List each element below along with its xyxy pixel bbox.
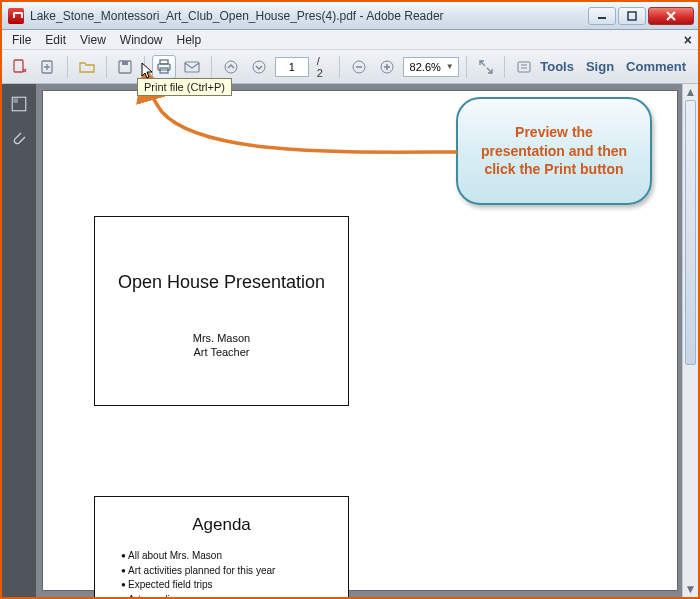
instruction-callout: Preview the presentation and then click … — [456, 97, 652, 205]
window-title: Lake_Stone_Montessori_Art_Club_Open_Hous… — [30, 9, 582, 23]
export-pdf-button[interactable] — [8, 55, 32, 79]
scroll-down-icon[interactable]: ▼ — [683, 581, 698, 597]
window-controls — [588, 7, 694, 25]
slide2-title: Agenda — [95, 515, 348, 535]
svg-rect-4 — [14, 60, 23, 72]
page-down-button[interactable] — [247, 55, 271, 79]
scroll-up-icon[interactable]: ▲ — [683, 84, 698, 100]
comment-link[interactable]: Comment — [626, 59, 686, 74]
read-mode-button[interactable] — [512, 55, 536, 79]
sign-link[interactable]: Sign — [586, 59, 614, 74]
toolbar-sep — [466, 56, 467, 78]
print-tooltip: Print file (Ctrl+P) — [137, 78, 232, 96]
slide1-title: Open House Presentation — [95, 272, 348, 293]
svg-point-13 — [253, 61, 265, 73]
maximize-button[interactable] — [618, 7, 646, 25]
svg-rect-7 — [122, 61, 128, 65]
close-button[interactable] — [648, 7, 694, 25]
scroll-thumb[interactable] — [685, 100, 696, 365]
svg-rect-21 — [13, 98, 18, 103]
menu-help[interactable]: Help — [171, 31, 208, 49]
toolbar: / 2 82.6% ▼ Tools Sign Comment — [2, 50, 698, 84]
list-item: Art activities planned for this year — [121, 564, 348, 579]
open-button[interactable] — [75, 55, 99, 79]
list-item: Art supplies — [121, 593, 348, 598]
print-button[interactable] — [152, 55, 176, 79]
toolbar-sep — [504, 56, 505, 78]
save-button[interactable] — [113, 55, 137, 79]
minimize-button[interactable] — [588, 7, 616, 25]
toolbar-sep — [67, 56, 68, 78]
toolbar-sep — [339, 56, 340, 78]
toolbar-right: Tools Sign Comment — [540, 59, 692, 74]
nav-sidebar — [2, 84, 36, 597]
list-item: All about Mrs. Mason — [121, 549, 348, 564]
scroll-track[interactable] — [683, 100, 698, 581]
close-document-button[interactable]: × — [684, 32, 692, 48]
toolbar-sep — [211, 56, 212, 78]
slide2-bullets: All about Mrs. Mason Art activities plan… — [121, 549, 348, 597]
zoom-combo[interactable]: 82.6% ▼ — [403, 57, 459, 77]
toolbar-sep — [144, 56, 145, 78]
zoom-value: 82.6% — [410, 61, 441, 73]
presenter-name: Mrs. Mason — [95, 331, 348, 345]
attachments-panel-button[interactable] — [7, 126, 31, 150]
slide-2: Agenda All about Mrs. Mason Art activiti… — [94, 496, 349, 597]
chevron-down-icon: ▼ — [446, 62, 454, 71]
menu-edit[interactable]: Edit — [39, 31, 72, 49]
tools-link[interactable]: Tools — [540, 59, 574, 74]
svg-point-12 — [225, 61, 237, 73]
page-number-input[interactable] — [275, 57, 309, 77]
list-item: Expected field trips — [121, 578, 348, 593]
zoom-out-button[interactable] — [347, 55, 371, 79]
menu-bar: File Edit View Window Help × — [2, 30, 698, 50]
slide-1: Open House Presentation Mrs. Mason Art T… — [94, 216, 349, 406]
vertical-scrollbar[interactable]: ▲ ▼ — [682, 84, 698, 597]
create-pdf-button[interactable] — [36, 55, 60, 79]
page-total-label: / 2 — [313, 55, 332, 79]
menu-view[interactable]: View — [74, 31, 112, 49]
adobe-reader-icon — [8, 8, 24, 24]
presenter-role: Art Teacher — [95, 345, 348, 359]
menu-file[interactable]: File — [6, 31, 37, 49]
slide1-presenter: Mrs. Mason Art Teacher — [95, 331, 348, 360]
fit-window-button[interactable] — [474, 55, 498, 79]
svg-rect-11 — [185, 62, 199, 72]
svg-rect-1 — [628, 12, 636, 20]
zoom-in-button[interactable] — [375, 55, 399, 79]
title-bar: Lake_Stone_Montessori_Art_Club_Open_Hous… — [2, 2, 698, 30]
adobe-reader-window: Lake_Stone_Montessori_Art_Club_Open_Hous… — [2, 2, 698, 597]
menu-window[interactable]: Window — [114, 31, 169, 49]
thumbnails-panel-button[interactable] — [7, 92, 31, 116]
svg-rect-17 — [518, 62, 530, 72]
page-up-button[interactable] — [219, 55, 243, 79]
toolbar-sep — [106, 56, 107, 78]
email-button[interactable] — [180, 55, 204, 79]
